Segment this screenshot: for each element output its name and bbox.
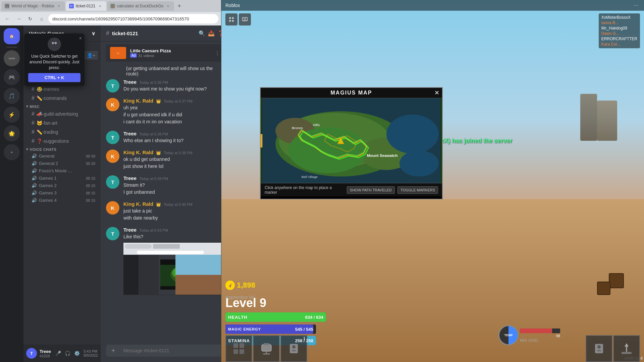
svg-rect-48 (263, 353, 270, 355)
player-entry: Kara Col... (601, 42, 637, 47)
avatar: T (106, 227, 119, 240)
map-sidebar-toggle[interactable] (261, 134, 266, 147)
server-icon-home[interactable]: 🏠 (4, 28, 20, 44)
server-icon-add[interactable]: + (4, 144, 20, 160)
quick-switcher-text: Use Quick Switcher to get around Discord… (28, 54, 80, 70)
message-image[interactable]: MAGIUS MAP (123, 242, 221, 295)
vc-games3[interactable]: 🔊 Games 3 00 15 (26, 189, 98, 196)
show-path-button[interactable]: SHOW PATH TRAVELED (347, 186, 395, 194)
svg-rect-41 (233, 343, 238, 348)
vc-games1[interactable]: 🔊 Games 1 00 15 (26, 175, 98, 182)
more-options-button[interactable]: ⋯ (632, 1, 640, 9)
inbox-button[interactable]: 📥 (208, 30, 215, 37)
avatar: T (106, 79, 119, 93)
vc-games2[interactable]: 🔊 Games 2 00 15 (26, 182, 98, 189)
tab-close-2[interactable]: × (98, 3, 103, 9)
svg-rect-4 (125, 244, 152, 249)
help-button[interactable]: ❓ (217, 30, 221, 37)
deafen-button[interactable]: 🎧 (63, 349, 71, 357)
svg-rect-7 (137, 251, 204, 254)
add-attachment-button[interactable]: + (109, 347, 118, 355)
tab-favicon-3: 🦆 (110, 4, 115, 8)
avatar: T (106, 175, 119, 189)
user-avatar: T (26, 348, 37, 359)
quick-switcher-shortcut[interactable]: CTRL + K (28, 73, 80, 82)
server-divider (6, 47, 17, 48)
vc-general-2[interactable]: 🔊 General 2 00 20 (26, 160, 98, 167)
map-close-button[interactable]: ✕ (434, 89, 439, 97)
map-footer-text: Click anywhere on the map to place a mar… (265, 185, 344, 195)
mute-button[interactable]: 🎤 (54, 349, 62, 357)
channel-commands[interactable]: # ✏️-commands (26, 94, 98, 103)
server-icon-3[interactable]: 🎵 (4, 88, 20, 104)
hotbar-right (586, 335, 640, 362)
message-content: King K. Rald 👑 Today at 5:38 PM ok u did… (123, 149, 221, 170)
temp-circle: TEMP (498, 325, 519, 345)
server-icon-5[interactable]: 🌟 (4, 125, 20, 141)
map-content[interactable]: Bronze Hills Mount Seawatch Bell Village (261, 98, 442, 183)
svg-point-53 (597, 345, 601, 349)
vc-games4[interactable]: 🔊 Games 4 00 15 (26, 197, 98, 204)
server-icons: 🏠 WoM 🎮 🎵 ⚡ 🌟 + (0, 25, 23, 362)
category-misc[interactable]: ▾ MISC (23, 103, 101, 109)
tab-world-of-magic[interactable]: 🎮 World of Magic - Roblox × (1, 1, 65, 11)
tab-close-1[interactable]: × (56, 3, 62, 9)
vc-general[interactable]: 🔊 General 00 50 (26, 153, 98, 160)
server-icon-2[interactable]: 🎮 (4, 69, 20, 85)
toggle-markers-button[interactable]: TOGGLE MARKERS (397, 186, 438, 194)
map-svg: Bronze Hills Mount Seawatch Bell Village (261, 98, 442, 183)
svg-point-30 (279, 113, 390, 168)
home-button[interactable]: ⌂ (37, 14, 46, 23)
forward-button[interactable]: → (14, 14, 23, 23)
avatar: K (106, 201, 119, 215)
settings-button[interactable]: ⚙️ (73, 349, 81, 357)
server-icon-4[interactable]: ⚡ (4, 107, 20, 123)
header-actions: 🔍 📥 ❓ (199, 30, 221, 37)
game-pillar-2 (580, 94, 597, 141)
new-tab-button[interactable]: + (175, 1, 184, 11)
tab-discord-ticket[interactable]: D ticket-0121 × (66, 1, 106, 11)
tab-calculator[interactable]: 🦆 calculator at DuckDuckGo × (107, 1, 174, 11)
refresh-button[interactable]: ↻ (25, 14, 35, 23)
speaker-icon: 🔊 (32, 198, 37, 203)
chat-icon-button[interactable] (239, 13, 251, 25)
vc-foxzo[interactable]: 🔊 Foxzo's Movie The... (26, 167, 98, 174)
messages-area: LC Little Caesars Pizza Ad 31 videos ⋮ (101, 42, 221, 342)
search-button[interactable]: 🔍 (199, 30, 205, 37)
channel-guild-advertising[interactable]: # 📣-guild-advertising (26, 110, 98, 118)
svg-text:LC: LC (117, 52, 119, 54)
player-entry: Dawn G... (601, 31, 637, 36)
speaker-icon: 🔊 (32, 176, 37, 181)
temp-bar-area: 98 MAX LEVEL (520, 328, 560, 342)
svg-text:Bronze: Bronze (292, 126, 303, 130)
channel-suggestions[interactable]: # ❓-suggestions (26, 137, 98, 145)
message-input[interactable] (118, 345, 221, 357)
channel-fan-art[interactable]: # 🐱-fan-art (26, 119, 98, 127)
message-group: K King K. Rald 👑 Today at 5:38 PM ok u d… (106, 148, 221, 171)
speaker-icon: 🔊 (32, 190, 37, 195)
quick-switcher-popup: × Use Quick Switcher to get around Disco… (24, 34, 85, 86)
hotbar-slot-2[interactable] (253, 335, 280, 362)
channel-sidebar: × Use Quick Switcher to get around Disco… (23, 25, 101, 362)
server-icon-1[interactable]: WoM (4, 50, 20, 66)
settings-icon-button[interactable] (225, 13, 237, 25)
svg-rect-43 (233, 349, 238, 354)
coins-display: 💰 1,898 (225, 281, 255, 290)
quick-switcher-close[interactable]: × (79, 36, 82, 41)
hotbar-right-slot-1[interactable] (586, 335, 612, 362)
message-content: Treee Today at 5:36 PM Do you want me to… (123, 79, 221, 93)
tab-close-3[interactable]: × (165, 3, 170, 9)
svg-point-32 (360, 137, 413, 170)
channel-hash-icon: # (32, 129, 35, 135)
category-voice-chats[interactable]: ▾ VOICE CHATS (23, 146, 101, 152)
player-entry: Mc_Hakdog09 (601, 25, 637, 31)
channel-trading[interactable]: # ✏️-trading (26, 128, 98, 136)
ad-more-button[interactable]: ⋮ (215, 50, 220, 56)
hotbar-right-slot-2[interactable] (613, 335, 640, 362)
svg-rect-45 (262, 345, 271, 351)
svg-text:Bell Village: Bell Village (302, 175, 318, 179)
address-input[interactable] (48, 14, 218, 23)
channel-hash-icon: # (32, 111, 35, 117)
ad-info: Little Caesars Pizza Ad 31 videos (130, 48, 211, 58)
back-button[interactable]: ← (3, 14, 12, 23)
